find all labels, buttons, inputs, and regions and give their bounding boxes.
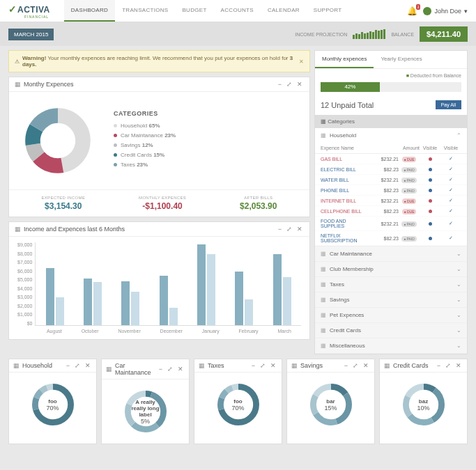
- progress-bar: 42%: [321, 82, 461, 92]
- date-selector-button[interactable]: MARCH 2015: [8, 29, 54, 40]
- nav-budget[interactable]: BUDGET: [175, 0, 213, 22]
- close-icon[interactable]: ✕: [299, 58, 304, 65]
- user-menu[interactable]: John Doe ▾: [423, 7, 468, 15]
- folder-icon: ▦: [321, 266, 326, 272]
- accordion-head[interactable]: ▦Credit Cards⌄: [315, 323, 467, 338]
- stat-monthly-expences: MONTHLY EXPENCES-$1,100.40: [139, 196, 186, 211]
- panel-title: Monthy Expences: [24, 81, 74, 88]
- chevron-down-icon: ⌄: [456, 327, 461, 334]
- balance-value: $4,211.40: [420, 26, 468, 42]
- income-projection-label: INCOME PROJECTION: [295, 32, 347, 37]
- nav-accounts[interactable]: ACCOUNTS: [214, 0, 261, 22]
- legend-item: Savings 12%: [114, 142, 302, 148]
- legend-item: Credit Cards 15%: [114, 152, 302, 158]
- close-panel-icon[interactable]: ✕: [454, 362, 463, 369]
- categories-header: ▦ Categories: [315, 115, 467, 128]
- monthly-expences-panel: ▦ Monthy Expences − ⤢ ✕ CATEGORIES House…: [8, 77, 310, 217]
- close-panel-icon[interactable]: ✕: [295, 226, 304, 233]
- expence-row[interactable]: GAS BILL$232.21● DUE✓: [315, 154, 467, 164]
- brand-subtitle: FINANCIAL: [24, 15, 50, 19]
- stat-expected-income: EXPECTED INCOME$3,154.30: [42, 196, 86, 211]
- main-nav: DASHBOARDTRANSACTIONSBUDGETACCOUNTSCALEN…: [64, 0, 349, 22]
- projection-sparkline: [353, 29, 385, 39]
- chevron-down-icon: ▾: [464, 8, 468, 15]
- expences-sidebar: Monthly expences Yearly Expences Deducte…: [314, 50, 468, 354]
- stat-after-bills: AFTER BILLS$2,053.90: [240, 196, 277, 211]
- checkmark-icon[interactable]: ✓: [440, 208, 461, 214]
- tab-yearly[interactable]: Yearly Expences: [374, 51, 429, 68]
- checkmark-icon[interactable]: ✓: [440, 177, 461, 182]
- expand-icon[interactable]: ⤢: [73, 362, 82, 369]
- close-panel-icon[interactable]: ✕: [295, 81, 304, 88]
- nav-support[interactable]: SUPPORT: [307, 0, 349, 22]
- chevron-up-icon: ⌃: [456, 132, 461, 139]
- checkmark-icon[interactable]: ✓: [440, 221, 461, 226]
- accordion-head[interactable]: ▦Miscellaneous⌄: [315, 338, 467, 353]
- bar-group: [84, 242, 102, 325]
- folder-icon: ▦: [321, 312, 326, 318]
- expence-row[interactable]: WATER BILL$232.21● PAID✓: [315, 175, 467, 185]
- mini-panel-credit-cards: ▦Credit Cards−⤢✕baz10%: [379, 359, 468, 444]
- brand-name: ACTIVA: [17, 5, 50, 15]
- nav-calendar[interactable]: CALENDAR: [261, 0, 307, 22]
- close-panel-icon[interactable]: ✕: [176, 366, 185, 373]
- close-panel-icon[interactable]: ✕: [362, 362, 370, 369]
- expand-icon[interactable]: ⤢: [259, 362, 267, 369]
- expence-row[interactable]: ELECTRIC BILL$82.23● PAID✓: [315, 164, 467, 175]
- notifications-icon[interactable]: 🔔2: [407, 6, 417, 16]
- tab-monthly[interactable]: Monthly expences: [315, 51, 374, 68]
- expence-row[interactable]: INTERNET BILL$232.21● DUE✓: [315, 196, 467, 206]
- expand-icon[interactable]: ⤢: [444, 362, 452, 369]
- pay-all-button[interactable]: Pay All: [436, 100, 461, 109]
- brand-logo: ✓ ACTIVA FINANCIAL: [8, 3, 50, 19]
- accordion-head[interactable]: ▦Car Maintanance⌄: [315, 246, 467, 261]
- chevron-down-icon: ⌄: [456, 343, 461, 349]
- nav-dashboard[interactable]: DASHBOARD: [64, 0, 115, 22]
- donut-chart: [16, 99, 100, 182]
- expand-icon[interactable]: ⤢: [166, 366, 174, 373]
- checkmark-icon[interactable]: ✓: [440, 156, 461, 162]
- minimize-icon[interactable]: −: [277, 81, 283, 88]
- accordion-savings: ▦Savings⌄: [315, 292, 467, 308]
- expence-row[interactable]: NETFLIX SUBSCRIPTION$82.23● PAID✓: [315, 231, 467, 246]
- minimize-icon[interactable]: −: [343, 362, 349, 369]
- folder-icon: ▦: [321, 281, 326, 288]
- accordion-head[interactable]: ▦Club Membership⌄: [315, 262, 467, 276]
- chevron-down-icon: ⌄: [456, 297, 461, 303]
- expence-row[interactable]: PHONE BILL$82.23● PAID✓: [315, 185, 467, 196]
- legend-item: Car Maintanance 23%: [114, 132, 302, 139]
- expand-icon[interactable]: ⤢: [285, 81, 293, 88]
- panel-title: Income and Expences last 6 Months: [24, 226, 125, 233]
- accordion-head[interactable]: ▦Pet Expences⌄: [315, 308, 467, 322]
- bar-group: [121, 242, 139, 325]
- close-panel-icon[interactable]: ✕: [269, 362, 277, 369]
- accordion-head[interactable]: ▦Taxes⌄: [315, 277, 467, 292]
- warning-icon: ⚠: [15, 58, 20, 65]
- accordion-head-household[interactable]: ▦ Household ⌃: [315, 128, 467, 143]
- minimize-icon[interactable]: −: [277, 226, 283, 233]
- checkmark-icon[interactable]: ✓: [440, 166, 461, 172]
- legend-item: Taxes 23%: [114, 162, 302, 168]
- checkmark-icon[interactable]: ✓: [440, 235, 461, 241]
- minimize-icon[interactable]: −: [158, 366, 164, 373]
- expence-row[interactable]: FOOD AND SUPPLIES$232.21● PAID✓: [315, 217, 467, 231]
- accordion-credit-cards: ▦Credit Cards⌄: [315, 323, 467, 338]
- expand-icon[interactable]: ⤢: [285, 226, 293, 233]
- minimize-icon[interactable]: −: [250, 362, 256, 369]
- minimize-icon[interactable]: −: [65, 362, 71, 369]
- close-panel-icon[interactable]: ✕: [84, 362, 92, 369]
- checkmark-icon[interactable]: ✓: [440, 187, 461, 193]
- accordion-head[interactable]: ▦Savings⌄: [315, 292, 467, 307]
- folder-icon: ▦: [321, 251, 326, 257]
- warning-banner: ⚠ Warning! Your monthly expences are rea…: [8, 50, 310, 72]
- expence-row[interactable]: CELLPHONE BILL$82.23● DUE✓: [315, 206, 467, 217]
- avatar-icon: [423, 7, 431, 15]
- minimize-icon[interactable]: −: [436, 362, 442, 369]
- balance-label: BALANCE: [391, 32, 414, 37]
- mini-panel-savings: ▦Savings−⤢✕bar15%: [286, 359, 375, 444]
- nav-transactions[interactable]: TRANSACTIONS: [115, 0, 175, 22]
- expand-icon[interactable]: ⤢: [351, 362, 360, 369]
- notifications-badge: 2: [416, 4, 421, 10]
- accordion-club-membership: ▦Club Membership⌄: [315, 262, 467, 277]
- checkmark-icon[interactable]: ✓: [440, 198, 461, 203]
